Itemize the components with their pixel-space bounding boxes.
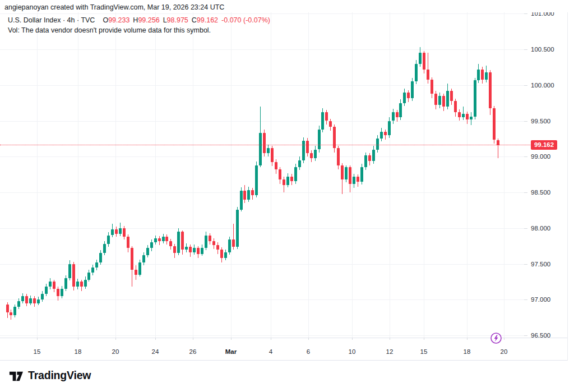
- candle-body: [177, 232, 180, 253]
- candle-body: [403, 93, 406, 103]
- candle-body: [345, 167, 348, 179]
- h-gridline: [0, 299, 527, 300]
- candle-body: [6, 305, 9, 312]
- candle-body: [49, 282, 52, 287]
- v-gridline: [37, 0, 38, 338]
- high-value: 99.256: [138, 16, 159, 24]
- candle-body: [302, 141, 305, 160]
- candle-body: [271, 148, 274, 163]
- time-axis-label: 24: [143, 348, 168, 355]
- candle-body: [298, 160, 301, 168]
- time-tick: [467, 338, 467, 340]
- candle-body: [407, 93, 410, 98]
- candle-body: [466, 114, 469, 119]
- time-axis-label: 15: [411, 348, 436, 355]
- candle-body: [368, 155, 371, 161]
- close-value: 99.162: [197, 16, 218, 24]
- candle-body: [64, 278, 67, 289]
- candle-body: [99, 253, 102, 262]
- time-tick: [271, 338, 271, 340]
- v-gridline: [78, 0, 78, 338]
- candle-body: [216, 245, 219, 250]
- candle-body: [388, 121, 391, 136]
- candle-body: [337, 148, 340, 165]
- h-gridline: [0, 228, 527, 229]
- candle-body: [76, 282, 79, 287]
- time-tick: [155, 338, 156, 340]
- price-axis-label: 97.000: [531, 296, 550, 303]
- time-tick: [115, 338, 116, 340]
- candle-body: [84, 280, 87, 287]
- candle-body: [228, 239, 231, 252]
- candle-body: [68, 264, 71, 279]
- candle-body: [103, 244, 106, 253]
- candle-body: [423, 53, 425, 69]
- candle-body: [53, 282, 55, 289]
- candle-body: [364, 155, 367, 168]
- candle-body: [138, 262, 141, 275]
- candle-body: [438, 96, 441, 105]
- tradingview-chart: 101.000100.500100.00099.50099.00098.5009…: [0, 0, 574, 392]
- time-tick: [78, 338, 78, 340]
- price-tick: [524, 299, 527, 300]
- time-tick: [37, 338, 38, 340]
- chart-legend: U.S. Dollar Index · 4h · TVCO99.233H99.2…: [8, 16, 270, 35]
- candle-body: [446, 91, 449, 107]
- candle-body: [474, 80, 476, 117]
- time-axis-label: 20: [492, 348, 516, 355]
- price-axis-label: 96.500: [531, 331, 550, 339]
- v-gridline: [467, 0, 467, 338]
- v-gridline: [155, 0, 156, 338]
- v-gridline: [390, 0, 390, 338]
- price-tick: [524, 13, 527, 14]
- chart-plot-area[interactable]: [0, 0, 574, 392]
- candle-body: [462, 114, 465, 117]
- candle-body: [173, 246, 176, 253]
- time-tick: [308, 338, 309, 340]
- candle-body: [220, 250, 223, 258]
- footer-bar: TradingView: [0, 361, 574, 392]
- candle-body: [87, 273, 90, 280]
- tradingview-brand[interactable]: TradingView: [8, 368, 91, 383]
- candle-body: [243, 191, 246, 199]
- lightning-bolt-marker-icon[interactable]: [490, 332, 502, 344]
- candle-body: [212, 241, 215, 246]
- candle-body: [193, 248, 196, 252]
- time-tick: [352, 338, 353, 340]
- candle-body: [150, 242, 153, 248]
- last-price-line: [0, 145, 531, 145]
- open-label: O: [103, 16, 108, 24]
- candle-body: [357, 177, 359, 182]
- price-axis-right-separator: [567, 0, 568, 361]
- price-tick: [524, 85, 527, 86]
- candle-body: [290, 177, 293, 181]
- legend-symbol-row: U.S. Dollar Index · 4h · TVCO99.233H99.2…: [8, 16, 270, 25]
- candle-body: [450, 91, 453, 101]
- candle-body: [115, 229, 118, 234]
- candle-body: [95, 262, 98, 268]
- candle-body: [135, 270, 137, 275]
- candle-body: [255, 165, 258, 196]
- candle-body: [154, 238, 157, 243]
- candle-body: [41, 294, 44, 299]
- candle-body: [458, 112, 461, 117]
- candle-body: [399, 103, 402, 118]
- candle-body: [91, 268, 94, 273]
- price-axis-label: 99.500: [531, 117, 550, 125]
- time-axis-label: 10: [340, 348, 364, 355]
- price-axis-label: 98.000: [531, 224, 550, 232]
- candle-body: [318, 130, 321, 150]
- candle-body: [372, 150, 375, 161]
- candle-body: [380, 132, 383, 139]
- candle-body: [434, 94, 437, 105]
- candle-body: [454, 101, 457, 112]
- price-axis-label: 100.000: [531, 81, 554, 89]
- time-axis-label: 6: [296, 348, 321, 355]
- low-label: L: [163, 16, 167, 24]
- candle-body: [376, 139, 379, 149]
- candle-body: [275, 162, 277, 169]
- candle-body: [146, 248, 149, 255]
- h-gridline: [0, 335, 527, 336]
- candle-body: [430, 80, 433, 94]
- candle-body: [349, 167, 351, 183]
